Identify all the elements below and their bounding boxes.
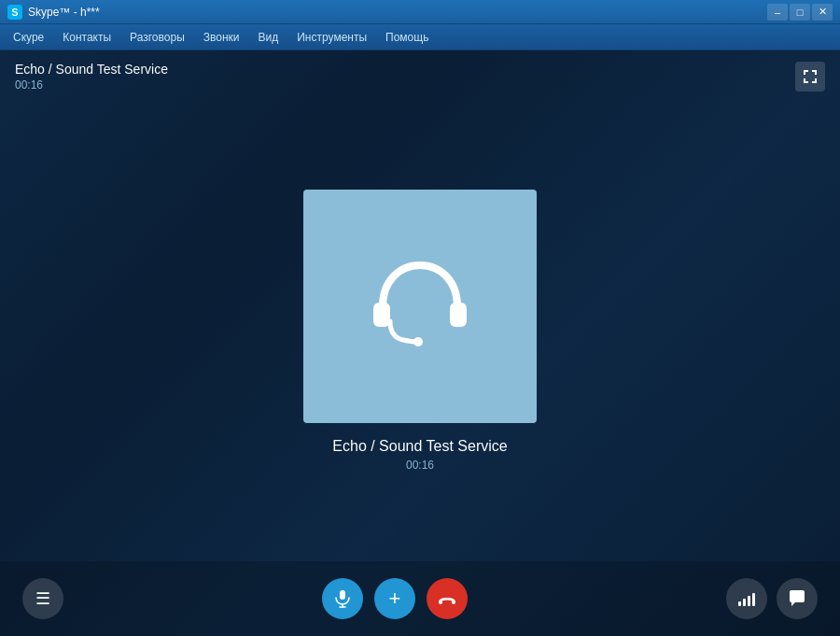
signal-bar-2 <box>743 599 746 606</box>
chat-icon <box>788 589 806 608</box>
call-controls: ☰ + <box>0 561 840 636</box>
window-controls: – □ ✕ <box>767 4 833 21</box>
svg-rect-1 <box>450 303 467 327</box>
call-window: Echo / Sound Test Service 00:16 <box>0 50 840 636</box>
call-center: Echo / Sound Test Service 00:16 <box>0 99 840 561</box>
call-contact-center: Echo / Sound Test Service 00:16 <box>332 438 507 472</box>
headset-icon <box>364 248 476 364</box>
call-contact-name-top: Echo / Sound Test Service <box>15 62 168 77</box>
call-quality-button[interactable] <box>726 578 767 619</box>
menu-skype[interactable]: Скype <box>4 27 53 48</box>
add-icon: + <box>389 588 401 609</box>
maximize-button[interactable]: □ <box>790 4 810 21</box>
menu-help[interactable]: Помощь <box>376 27 438 48</box>
contact-avatar <box>303 190 537 423</box>
signal-bars-icon <box>738 591 755 606</box>
menu-calls[interactable]: Звонки <box>194 27 249 48</box>
signal-bar-3 <box>748 596 750 606</box>
menu-contacts[interactable]: Контакты <box>53 27 120 48</box>
menu-bar: Скype Контакты Разговоры Звонки Вид Инст… <box>0 24 840 50</box>
chat-button[interactable] <box>777 578 818 619</box>
fullscreen-button[interactable] <box>795 62 825 92</box>
call-duration-top: 00:16 <box>15 78 168 92</box>
title-bar-left: S Skype™ - h*** <box>7 5 100 20</box>
end-call-icon <box>437 588 457 609</box>
minimize-button[interactable]: – <box>767 4 788 21</box>
end-call-button[interactable] <box>427 578 468 619</box>
signal-bar-4 <box>752 593 755 606</box>
title-bar: S Skype™ - h*** – □ ✕ <box>0 0 840 24</box>
microphone-icon <box>333 589 352 608</box>
menu-tools[interactable]: Инструменты <box>287 27 376 48</box>
menu-conversations[interactable]: Разговоры <box>120 27 194 48</box>
svg-point-2 <box>413 337 423 346</box>
fullscreen-icon <box>803 69 818 84</box>
close-button[interactable]: ✕ <box>812 4 833 21</box>
call-list-button[interactable]: ☰ <box>22 578 63 619</box>
skype-icon: S <box>7 5 22 20</box>
controls-right <box>726 578 818 619</box>
call-contact-center-duration: 00:16 <box>332 459 507 472</box>
mute-button[interactable] <box>322 578 363 619</box>
menu-view[interactable]: Вид <box>249 27 288 48</box>
signal-bar-1 <box>738 601 741 606</box>
controls-left: ☰ <box>22 578 63 619</box>
call-contact-info: Echo / Sound Test Service 00:16 <box>15 62 168 92</box>
controls-center: + <box>322 578 468 619</box>
list-icon: ☰ <box>35 588 50 609</box>
call-contact-center-name: Echo / Sound Test Service <box>332 438 507 455</box>
window-title: Skype™ - h*** <box>28 6 100 19</box>
svg-rect-3 <box>340 590 345 600</box>
call-info-bar: Echo / Sound Test Service 00:16 <box>0 50 840 99</box>
svg-rect-0 <box>373 303 390 327</box>
add-person-button[interactable]: + <box>374 578 415 619</box>
